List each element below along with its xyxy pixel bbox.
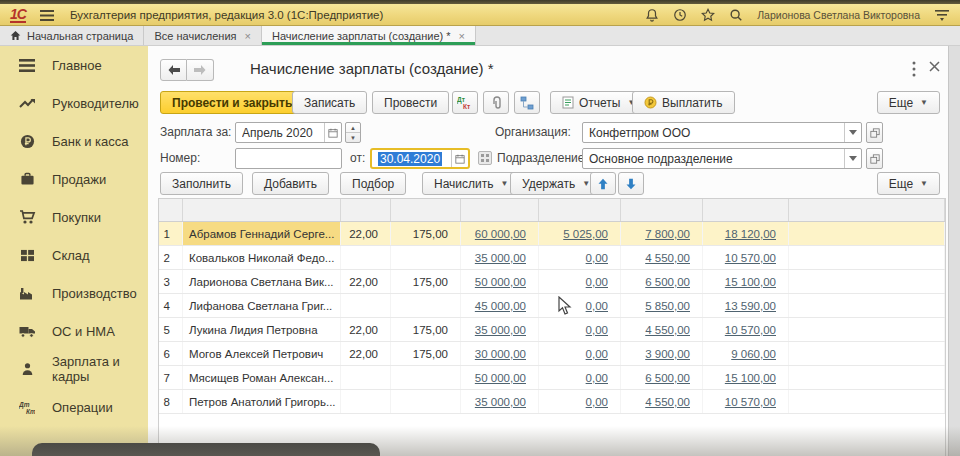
date-input[interactable]: 30.04.2020: [370, 148, 470, 169]
cell-value-link[interactable]: 45 000,00: [475, 300, 526, 312]
cell-contrib[interactable]: 15 100,00: [703, 366, 789, 389]
organization-open-button[interactable]: [866, 122, 883, 143]
cell-contrib[interactable]: 10 570,00: [703, 318, 789, 341]
column-header-days[interactable]: [341, 199, 391, 221]
cell-employee[interactable]: Ларионова Светлана Вик...: [183, 270, 341, 293]
history-icon[interactable]: [673, 8, 687, 22]
tab-home[interactable]: Начальная страница: [0, 26, 144, 45]
table-row[interactable]: 6Могов Алексей Петрович22,00175,0030 000…: [159, 342, 945, 366]
more-menu-dots-icon[interactable]: [912, 61, 916, 77]
table-row[interactable]: 7Мясищев Роман Алексан...50 000,000,006 …: [159, 366, 945, 390]
cell-accrued[interactable]: 35 000,00: [461, 318, 539, 341]
accrue-button[interactable]: Начислить▼: [422, 172, 520, 195]
sidebar-item-purchases[interactable]: Покупки: [0, 198, 148, 236]
column-header-contrib[interactable]: [703, 199, 789, 221]
post-and-close-button[interactable]: Провести и закрыть: [160, 91, 304, 114]
cell-contrib[interactable]: 9 060,00: [703, 342, 789, 365]
sidebar-item-fixed-assets[interactable]: ОС и НМА: [0, 312, 148, 350]
cell-value-link[interactable]: 35 000,00: [475, 324, 526, 336]
post-button[interactable]: Провести: [372, 91, 449, 114]
cell-employee[interactable]: Абрамов Геннадий Серге...: [183, 222, 341, 245]
organization-input[interactable]: Конфетпром ООО: [582, 122, 862, 143]
tab-all-accruals[interactable]: Все начисления×: [144, 26, 262, 45]
close-form-icon[interactable]: [929, 61, 940, 72]
cell-value-link[interactable]: 6 500,00: [645, 276, 690, 288]
cell-withheld[interactable]: 5 025,00: [539, 222, 621, 245]
cell-value-link[interactable]: 35 000,00: [475, 396, 526, 408]
table-row[interactable]: 8Петров Анатолий Григорь...35 000,000,00…: [159, 390, 945, 414]
column-header-employee[interactable]: [183, 199, 341, 221]
search-icon[interactable]: [729, 8, 743, 22]
cell-value-link[interactable]: 0,00: [586, 324, 608, 336]
cell-value-link[interactable]: 0,00: [586, 252, 608, 264]
table-row[interactable]: 2Ковальков Николай Федо...35 000,000,004…: [159, 246, 945, 270]
cell-value-link[interactable]: 15 100,00: [725, 372, 776, 384]
sidebar-item-manager[interactable]: Руководителю: [0, 84, 148, 122]
sidebar-item-sales[interactable]: Продажи: [0, 160, 148, 198]
department-input[interactable]: Основное подразделение: [582, 148, 862, 169]
sidebar-item-warehouse[interactable]: Склад: [0, 236, 148, 274]
cell-withheld[interactable]: 0,00: [539, 246, 621, 269]
cell-ndfl[interactable]: 5 850,00: [621, 294, 703, 317]
period-stepper[interactable]: ▲▼: [345, 122, 361, 143]
cell-withheld[interactable]: 0,00: [539, 270, 621, 293]
sidebar-item-production[interactable]: Производство: [0, 274, 148, 312]
cell-accrued[interactable]: 35 000,00: [461, 246, 539, 269]
cell-employee[interactable]: Лифанова Светлана Григ...: [183, 294, 341, 317]
service-settings-icon[interactable]: [934, 9, 950, 21]
forward-button[interactable]: [187, 59, 214, 81]
tab-close-icon[interactable]: ×: [245, 30, 251, 42]
calendar-icon[interactable]: [324, 123, 341, 142]
cell-ndfl[interactable]: 7 800,00: [621, 222, 703, 245]
cell-ndfl[interactable]: 4 550,00: [621, 390, 703, 413]
sidebar-item-bank-cash[interactable]: Банк и касса: [0, 122, 148, 160]
cell-value-link[interactable]: 4 550,00: [645, 252, 690, 264]
column-header-withheld[interactable]: [539, 199, 621, 221]
main-menu-icon[interactable]: [40, 10, 54, 21]
fill-button[interactable]: Заполнить: [160, 172, 243, 195]
cell-withheld[interactable]: 0,00: [539, 366, 621, 389]
save-button[interactable]: Записать: [292, 91, 367, 114]
cell-hours[interactable]: 175,00: [391, 342, 461, 365]
cell-hours[interactable]: [391, 246, 461, 269]
cell-value-link[interactable]: 35 000,00: [475, 252, 526, 264]
cell-value-link[interactable]: 50 000,00: [475, 372, 526, 384]
cell-days[interactable]: [341, 294, 391, 317]
sidebar-item-main[interactable]: Главное: [0, 46, 148, 84]
withhold-button[interactable]: Удержать▼: [510, 172, 602, 195]
cell-employee[interactable]: Петров Анатолий Григорь...: [183, 390, 341, 413]
tab-payroll-new[interactable]: Начисление зарплаты (создание) *×: [262, 26, 476, 45]
cell-value-link[interactable]: 5 850,00: [645, 300, 690, 312]
table-row[interactable]: 5Лукина Лидия Петровна22,00175,0035 000,…: [159, 318, 945, 342]
cell-days[interactable]: 22,00: [341, 318, 391, 341]
structure-links-button[interactable]: [514, 91, 540, 114]
cell-value-link[interactable]: 0,00: [586, 348, 608, 360]
cell-employee[interactable]: Мясищев Роман Алексан...: [183, 366, 341, 389]
cell-accrued[interactable]: 50 000,00: [461, 366, 539, 389]
cell-contrib[interactable]: 13 590,00: [703, 294, 789, 317]
dtkt-postings-button[interactable]: ДтКт: [452, 91, 478, 114]
sidebar-item-payroll-hr[interactable]: Зарплата и кадры: [0, 350, 148, 388]
table-row[interactable]: 1Абрамов Геннадий Серге...22,00175,0060 …: [159, 222, 945, 246]
cell-contrib[interactable]: 15 100,00: [703, 270, 789, 293]
cell-value-link[interactable]: 0,00: [586, 372, 608, 384]
cell-ndfl[interactable]: 6 500,00: [621, 366, 703, 389]
current-user-name[interactable]: Ларионова Светлана Викторовна: [757, 9, 920, 21]
cell-accrued[interactable]: 35 000,00: [461, 390, 539, 413]
sidebar-item-operations[interactable]: ДтКтОперации: [0, 388, 148, 426]
column-header-hours[interactable]: [391, 199, 461, 221]
cell-hours[interactable]: 175,00: [391, 222, 461, 245]
table-row[interactable]: 4Лифанова Светлана Григ...45 000,000,005…: [159, 294, 945, 318]
cell-contrib[interactable]: 10 570,00: [703, 390, 789, 413]
notifications-bell-icon[interactable]: [645, 8, 659, 22]
cell-withheld[interactable]: 0,00: [539, 342, 621, 365]
pick-button[interactable]: Подбор: [340, 172, 406, 195]
cell-value-link[interactable]: 4 550,00: [645, 324, 690, 336]
cell-value-link[interactable]: 7 800,00: [645, 228, 690, 240]
date-calendar-icon[interactable]: [451, 150, 468, 167]
add-button[interactable]: Добавить: [252, 172, 329, 195]
cell-hours[interactable]: 175,00: [391, 270, 461, 293]
cell-value-link[interactable]: 60 000,00: [475, 228, 526, 240]
cell-withheld[interactable]: 0,00: [539, 294, 621, 317]
salary-period-input[interactable]: Апрель 2020: [235, 122, 342, 143]
